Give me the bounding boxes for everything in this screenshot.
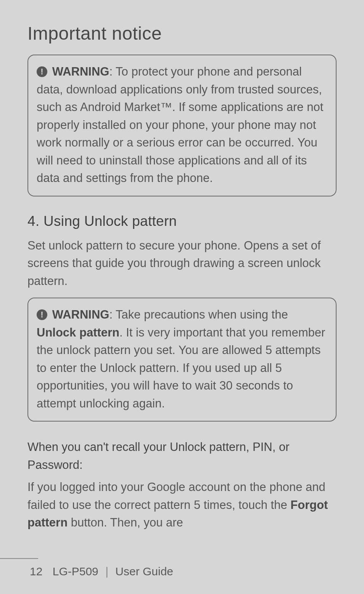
page-footer: 12 LG-P509 | User Guide (0, 565, 364, 578)
page-title: Important notice (27, 23, 337, 44)
footer-doctype: User Guide (115, 565, 173, 578)
warning-label: WARNING (52, 65, 110, 78)
warning-box-apps: ! WARNING: To protect your phone and per… (27, 55, 337, 196)
section-heading-unlock: 4. Using Unlock pattern (27, 213, 337, 229)
warning-box-unlock: ! WARNING: Take precautions when using t… (27, 298, 337, 422)
warning-label: WARNING (52, 308, 110, 321)
recall-text: If you logged into your Google account o… (27, 478, 337, 532)
sub-heading-recall: When you can't recall your Unlock patter… (27, 438, 337, 474)
recall-pre: If you logged into your Google account o… (27, 480, 325, 512)
page-number: 12 (30, 565, 42, 578)
footer-separator: | (105, 565, 108, 578)
warning-icon: ! (37, 66, 47, 77)
warning-icon: ! (37, 309, 47, 320)
recall-post: button. Then, you are (68, 516, 183, 529)
warning-text: : To protect your phone and personal dat… (37, 65, 323, 185)
footer-product: LG-P509 (53, 565, 98, 578)
warning-bold-term: Unlock pattern (37, 326, 119, 339)
warning-text-pre: : Take precautions when using the (109, 308, 288, 321)
footer-divider (0, 558, 38, 559)
section-intro-text: Set unlock pattern to secure your phone.… (27, 237, 337, 290)
